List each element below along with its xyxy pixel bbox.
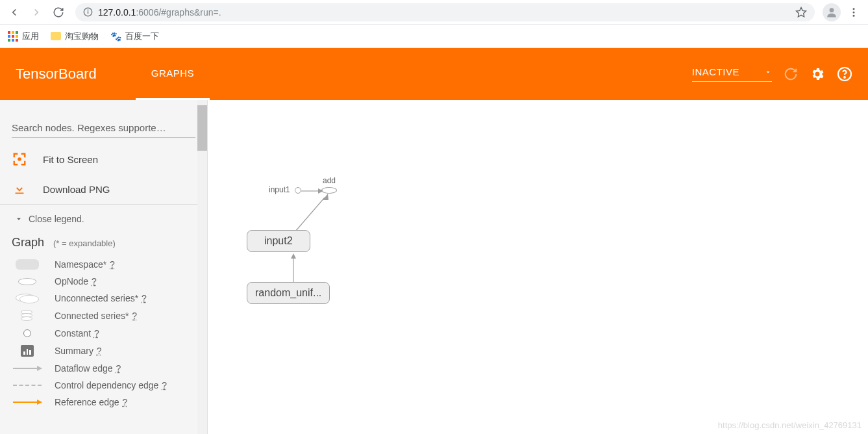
graph-heading: Graph (12, 236, 44, 249)
dataflow-edge-icon (13, 368, 42, 369)
arrow-right-icon (31, 6, 42, 18)
graph-canvas[interactable]: add input1 input2 random_unif... https:/… (208, 100, 868, 434)
reload-button[interactable] (49, 3, 68, 21)
arrow-left-icon (8, 6, 20, 18)
edge-input2-add (292, 192, 331, 233)
bookmark-label: 淘宝购物 (65, 31, 99, 42)
apps-label: 应用 (22, 31, 39, 42)
legend-label[interactable]: Unconnected series* ? (55, 293, 147, 303)
node-input2[interactable]: input2 (247, 230, 310, 252)
svg-point-4 (830, 8, 834, 12)
svg-point-9 (844, 77, 845, 78)
bookmark-label: 百度一下 (125, 31, 159, 42)
legend-label[interactable]: Summary ? (55, 346, 102, 356)
unconnected-series-icon (16, 294, 39, 303)
legend-title: Graph (* = expandable) (0, 233, 207, 256)
more-vertical-icon (848, 6, 860, 18)
constant-icon (23, 329, 31, 337)
bookmark-taobao[interactable]: 淘宝购物 (51, 31, 99, 42)
opnode-icon (18, 278, 36, 285)
watermark: https://blog.csdn.net/weixin_42769131 (718, 420, 862, 430)
url-bar[interactable]: 127.0.0.1:6006/#graphs&run=. (75, 3, 815, 21)
download-icon (12, 182, 27, 196)
node-label-input1: input1 (269, 185, 290, 194)
dropdown-label: INACTIVE (692, 66, 739, 77)
svg-point-2 (88, 10, 88, 10)
connected-series-icon (21, 310, 34, 322)
control-edge-icon (13, 385, 42, 386)
node-random-uniform[interactable]: random_unif... (247, 282, 330, 304)
reload-icon (53, 6, 64, 18)
chevron-down-icon (14, 214, 23, 223)
fit-screen-icon (12, 152, 27, 166)
settings-button[interactable] (810, 66, 825, 82)
browser-menu-button[interactable] (845, 3, 863, 21)
svg-point-7 (853, 14, 855, 16)
svg-point-5 (853, 8, 855, 10)
legend-opnode: OpNode ? (0, 273, 207, 290)
legend-constant: Constant ? (0, 325, 207, 342)
legend-control-edge: Control dependency edge ? (0, 377, 207, 394)
legend-label[interactable]: Namespace* ? (55, 259, 115, 270)
summary-icon (21, 345, 34, 357)
download-label: Download PNG (43, 184, 110, 195)
run-dropdown[interactable]: INACTIVE (692, 66, 772, 82)
refresh-button[interactable] (784, 67, 798, 81)
browser-toolbar: 127.0.0.1:6006/#graphs&run=. (0, 0, 868, 25)
svg-marker-3 (797, 7, 806, 16)
download-png-button[interactable]: Download PNG (0, 174, 207, 204)
apps-shortcut[interactable]: 应用 (8, 31, 39, 42)
legend-label[interactable]: Dataflow edge ? (55, 363, 121, 374)
edge-random-input2 (290, 252, 297, 283)
forward-button[interactable] (27, 3, 45, 21)
legend-label[interactable]: Connected series* ? (55, 311, 137, 321)
reference-edge-icon (13, 402, 42, 403)
app-title: TensorBoard (16, 66, 97, 83)
chevron-down-icon (764, 68, 772, 76)
legend-label[interactable]: Control dependency edge ? (55, 380, 167, 390)
legend-label[interactable]: Constant ? (55, 328, 99, 338)
paw-icon: 🐾 (110, 31, 121, 42)
back-button[interactable] (5, 3, 23, 21)
node-label-add: add (323, 176, 336, 185)
legend-namespace: Namespace* ? (0, 256, 207, 273)
sidebar: Search nodes. Regexes supporte… Fit to S… (0, 100, 208, 434)
info-icon (83, 7, 93, 17)
svg-marker-16 (291, 253, 296, 259)
refresh-icon (784, 67, 798, 81)
tabs: GRAPHS (136, 48, 210, 100)
legend-label[interactable]: Reference edge ? (55, 397, 127, 407)
user-icon (825, 6, 838, 19)
folder-icon (51, 32, 61, 40)
namespace-icon (16, 259, 39, 270)
fit-to-screen-button[interactable]: Fit to Screen (0, 144, 207, 174)
apps-icon (8, 31, 18, 42)
tensorboard-header: TensorBoard GRAPHS INACTIVE (0, 48, 868, 100)
fit-label: Fit to Screen (43, 154, 98, 165)
legend-unconnected-series: Unconnected series* ? (0, 290, 207, 307)
tab-graphs[interactable]: GRAPHS (136, 48, 210, 100)
app-body: Search nodes. Regexes supporte… Fit to S… (0, 100, 868, 434)
legend-dataflow-edge: Dataflow edge ? (0, 360, 207, 377)
legend-connected-series: Connected series* ? (0, 307, 207, 325)
help-button[interactable] (837, 66, 852, 82)
help-icon (837, 66, 852, 82)
svg-marker-14 (323, 194, 329, 200)
legend-summary: Summary ? (0, 342, 207, 360)
graph-hint: (* = expandable) (53, 238, 116, 248)
close-legend-toggle[interactable]: Close legend. (0, 205, 207, 233)
gear-icon (810, 66, 825, 82)
profile-button[interactable] (823, 3, 841, 21)
svg-point-6 (853, 11, 855, 13)
legend-label[interactable]: OpNode ? (55, 276, 97, 287)
svg-line-13 (295, 198, 325, 231)
bookmarks-bar: 应用 淘宝购物 🐾 百度一下 (0, 25, 868, 48)
star-icon[interactable] (795, 6, 807, 18)
bookmark-baidu[interactable]: 🐾 百度一下 (110, 31, 159, 42)
scrollbar[interactable] (197, 100, 207, 434)
legend-reference-edge: Reference edge ? (0, 394, 207, 411)
close-legend-label: Close legend. (29, 214, 84, 224)
search-input[interactable]: Search nodes. Regexes supporte… (12, 118, 195, 138)
svg-point-10 (18, 158, 20, 160)
url-text: 127.0.0.1:6006/#graphs&run=. (98, 7, 790, 18)
